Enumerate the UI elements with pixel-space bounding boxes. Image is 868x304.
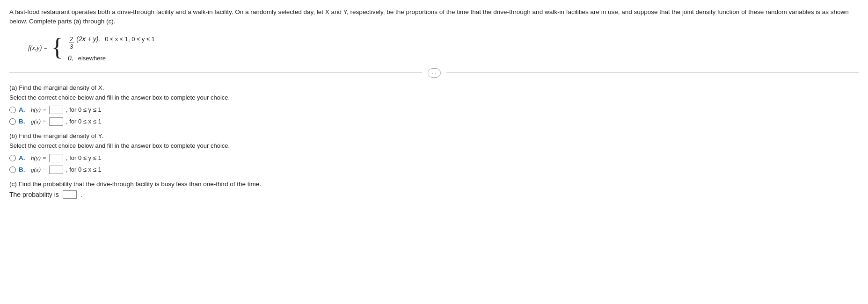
case1-formula: 2 3 (2x + y), [68, 35, 100, 51]
part-a-label-A: A. [19, 106, 28, 113]
case2-value: 0, [68, 54, 73, 62]
part-c-title: (c) Find the probability that the drive-… [9, 181, 859, 188]
case2-condition: elsewhere [78, 55, 106, 62]
part-b-condition-A: , for 0 ≤ y ≤ 1 [66, 154, 102, 161]
part-b-choice-A-row: A. h(y) = , for 0 ≤ y ≤ 1 [9, 154, 859, 162]
part-b-answer-B[interactable] [49, 166, 63, 174]
part-a-label-B: B. [19, 118, 28, 125]
part-a-answer-B[interactable] [49, 117, 63, 126]
fraction-23: 2 3 [69, 36, 74, 51]
brace-container: { 2 3 (2x + y), 0 ≤ x ≤ 1, 0 ≤ y ≤ 1 0, … [51, 35, 155, 62]
part-b-hy-label: h(y) = [31, 154, 46, 162]
part-b-instruction: Select the correct choice below and fill… [9, 142, 859, 149]
divider-line-left [9, 72, 422, 73]
cases-list: 2 3 (2x + y), 0 ≤ x ≤ 1, 0 ≤ y ≤ 1 0, el… [68, 35, 155, 62]
section-b: (b) Find the marginal density of Y. Sele… [9, 132, 859, 174]
part-a-condition-A: , for 0 ≤ y ≤ 1 [66, 106, 102, 113]
section-a: (a) Find the marginal density of X. Sele… [9, 84, 859, 126]
part-a-instruction: Select the correct choice below and fill… [9, 94, 859, 101]
formula-block: f(x,y) = { 2 3 (2x + y), 0 ≤ x ≤ 1, 0 ≤ … [28, 35, 859, 62]
part-b-condition-B: , for 0 ≤ x ≤ 1 [66, 166, 102, 173]
part-b-gx-label: g(x) = [31, 166, 46, 174]
case1-condition: 0 ≤ x ≤ 1, 0 ≤ y ≤ 1 [105, 36, 155, 43]
part-b-title: (b) Find the marginal density of Y. [9, 132, 859, 139]
divider-dots-button[interactable]: ··· [428, 68, 441, 78]
part-a-radio-A[interactable] [9, 107, 16, 113]
prob-label: The probability is [9, 191, 59, 198]
case-row-1: 2 3 (2x + y), 0 ≤ x ≤ 1, 0 ≤ y ≤ 1 [68, 35, 155, 51]
case1-expr: (2x + y), [76, 35, 100, 43]
section-c: (c) Find the probability that the drive-… [9, 181, 859, 199]
part-a-text-A: h(y) = , for 0 ≤ y ≤ 1 [31, 106, 102, 114]
part-b-radio-B[interactable] [9, 166, 16, 173]
part-a-title: (a) Find the marginal density of X. [9, 84, 859, 91]
part-b-text-B: g(x) = , for 0 ≤ x ≤ 1 [31, 166, 102, 174]
frac-den: 3 [69, 43, 74, 51]
part-b-label-A: A. [19, 154, 28, 161]
part-a-text-B: g(x) = , for 0 ≤ x ≤ 1 [31, 117, 102, 126]
part-b-text-A: h(y) = , for 0 ≤ y ≤ 1 [31, 154, 102, 162]
part-a-gx-label: g(x) = [31, 118, 46, 125]
part-a-condition-B: , for 0 ≤ x ≤ 1 [66, 118, 102, 125]
big-brace: { [51, 35, 63, 62]
part-b-radio-A[interactable] [9, 155, 16, 161]
part-b-choice-B-row: B. g(x) = , for 0 ≤ x ≤ 1 [9, 166, 859, 174]
part-a-radio-B[interactable] [9, 118, 16, 125]
divider-line-right [446, 72, 859, 73]
intro-text: A fast-food restaurant operates both a d… [9, 7, 852, 27]
part-a-hy-label: h(y) = [31, 106, 46, 114]
prob-ending: . [80, 191, 82, 198]
part-a-choice-B-row: B. g(x) = , for 0 ≤ x ≤ 1 [9, 117, 859, 126]
fxy-label: f(x,y) = [28, 44, 48, 52]
part-a-choice-A-row: A. h(y) = , for 0 ≤ y ≤ 1 [9, 106, 859, 114]
part-b-label-B: B. [19, 166, 28, 173]
divider-row: ··· [9, 68, 859, 78]
frac-num: 2 [69, 36, 74, 43]
part-c-answer[interactable] [63, 190, 77, 199]
part-b-answer-A[interactable] [49, 154, 63, 162]
part-a-answer-A[interactable] [49, 106, 63, 114]
prob-row: The probability is . [9, 190, 859, 199]
case-row-2: 0, elsewhere [68, 54, 155, 62]
